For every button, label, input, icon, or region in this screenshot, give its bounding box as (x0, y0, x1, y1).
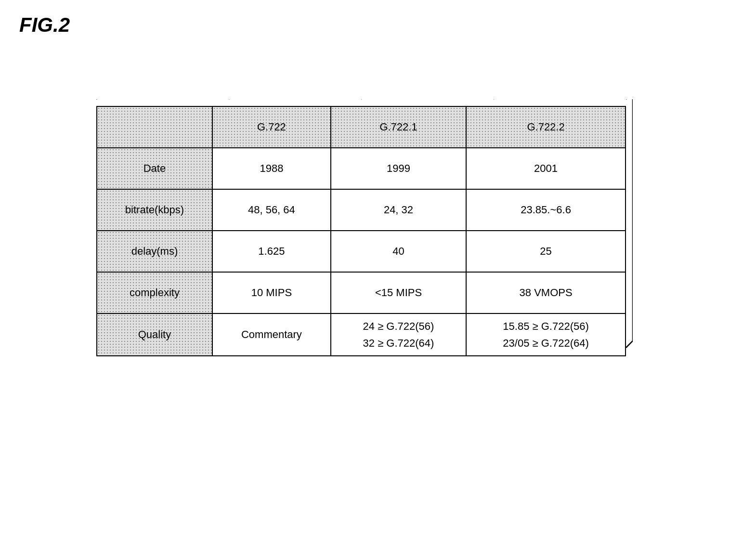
corner-cell (97, 106, 212, 148)
quality-g7222-line1: 15.85 ≥ G.722(56) (503, 320, 588, 332)
label-date: Date (97, 148, 212, 189)
quality-g7222: 15.85 ≥ G.722(56) 23/05 ≥ G.722(64) (466, 313, 626, 356)
row-date: Date 1988 1999 2001 (97, 148, 626, 189)
label-bitrate: bitrate(kbps) (97, 189, 212, 231)
complexity-g7222: 38 VMOPS (466, 272, 626, 313)
quality-g7221-line1: 24 ≥ G.722(56) (363, 320, 434, 332)
quality-g7221: 24 ≥ G.722(56) 32 ≥ G.722(64) (331, 313, 466, 356)
header-g722: G.722 (212, 106, 331, 148)
complexity-g722: 10 MIPS (212, 272, 331, 313)
svg-line-3 (626, 341, 633, 348)
bitrate-g7221: 24, 32 (331, 189, 466, 231)
row-complexity: complexity 10 MIPS <15 MIPS 38 VMOPS (97, 272, 626, 313)
header-row: G.722 G.722.1 G.722.2 (97, 106, 626, 148)
data-table: G.722 G.722.1 G.722.2 Date 1988 (96, 106, 626, 356)
date-g7221: 1999 (331, 148, 466, 189)
label-complexity: complexity (97, 272, 212, 313)
delay-g7221: 40 (331, 231, 466, 272)
quality-g7221-line2: 32 ≥ G.722(64) (363, 337, 434, 349)
figure-label: FIG.2 (19, 13, 70, 37)
header-g7222: G.722.2 (466, 106, 626, 148)
quality-g7222-line2: 23/05 ≥ G.722(64) (503, 337, 588, 349)
bitrate-g722: 48, 56, 64 (212, 189, 331, 231)
label-quality: Quality (97, 313, 212, 356)
delay-g722: 1.625 (212, 231, 331, 272)
row-quality: Quality Commentary 24 ≥ G.722(56) 32 ≥ G… (97, 313, 626, 356)
bitrate-g7222: 23.85.~6.6 (466, 189, 626, 231)
row-delay: delay(ms) 1.625 40 25 (97, 231, 626, 272)
complexity-g7221: <15 MIPS (331, 272, 466, 313)
header-g7221: G.722.1 (331, 106, 466, 148)
table-container: G.722 G.722.1 G.722.2 Date 1988 (96, 106, 626, 356)
date-g7222: 2001 (466, 148, 626, 189)
delay-g7222: 25 (466, 231, 626, 272)
date-g722: 1988 (212, 148, 331, 189)
row-bitrate: bitrate(kbps) 48, 56, 64 24, 32 23.85.~6… (97, 189, 626, 231)
quality-g722: Commentary (212, 313, 331, 356)
label-delay: delay(ms) (97, 231, 212, 272)
table-3d-wrapper: G.722 G.722.1 G.722.2 Date 1988 (96, 106, 626, 356)
